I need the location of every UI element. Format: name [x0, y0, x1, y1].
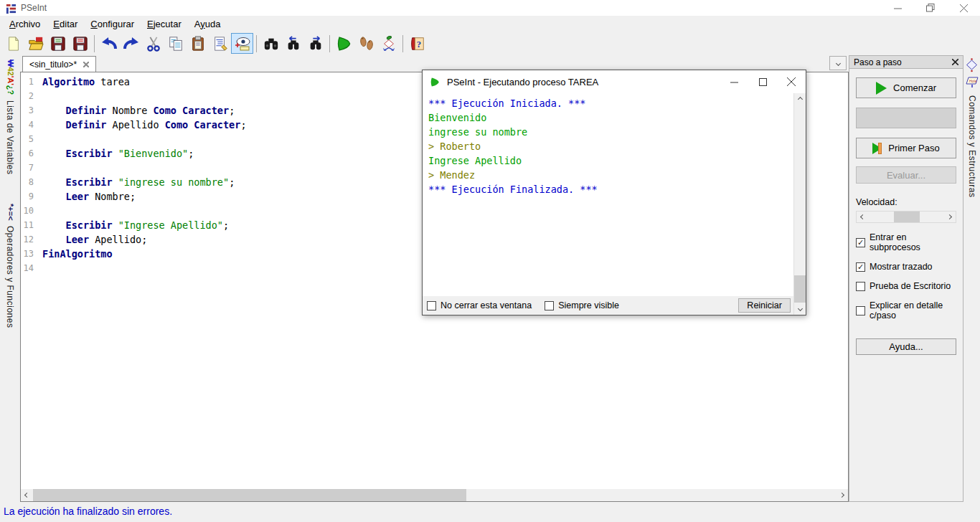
- draw-flowchart-button[interactable]: [377, 33, 400, 54]
- console-output[interactable]: *** Ejecución Iniciada. ***Bienvenidoing…: [423, 93, 793, 296]
- menu-item-configurar[interactable]: Configurar: [84, 17, 141, 31]
- draw-flowchart-icon: [380, 36, 397, 52]
- new-file-button[interactable]: [2, 33, 24, 54]
- slider-right-arrow[interactable]: [943, 212, 956, 222]
- run-button[interactable]: [333, 33, 355, 54]
- ayuda-label: Ayuda...: [889, 341, 923, 352]
- sidebar-tab-operadores-funciones[interactable]: Operadores y Funciones: [5, 226, 15, 328]
- chevron-down-icon: [835, 60, 840, 65]
- operators-icon: *+=<: [6, 204, 14, 221]
- line-number: 10: [21, 204, 42, 218]
- menu-item-archivo[interactable]: Archivo: [3, 17, 47, 31]
- comenzar-button[interactable]: Comenzar: [856, 77, 956, 98]
- undo-icon: [100, 37, 118, 51]
- line-number: 6: [21, 146, 42, 161]
- find-next-button[interactable]: [304, 33, 326, 54]
- console-scroll-up-arrow[interactable]: [794, 93, 806, 105]
- console-line: ingrese su nombre: [428, 125, 788, 139]
- open-file-button[interactable]: [24, 33, 47, 54]
- panel-option-1-checkbox[interactable]: ✓: [856, 238, 865, 247]
- panel-option-3-checkbox[interactable]: [856, 282, 865, 291]
- slider-left-arrow[interactable]: [857, 212, 869, 222]
- panel-option-4-row: Explicar en detalle c/paso: [856, 300, 956, 321]
- dialog-minimize-button[interactable]: [720, 70, 748, 93]
- restore-button[interactable]: [914, 0, 947, 16]
- code-text: Algoritmo tarea: [42, 75, 130, 89]
- run-step-icon: [359, 36, 374, 52]
- save-all-button[interactable]: [69, 33, 91, 54]
- sidebar-tab-comandos[interactable]: Comandos y Estructuras: [967, 95, 977, 197]
- copy-button[interactable]: [164, 33, 187, 54]
- line-number: 14: [21, 261, 42, 275]
- dialog-title-bar[interactable]: PSeInt - Ejecutando proceso TAREA: [423, 70, 806, 93]
- console-line: *** Ejecución Finalizada. ***: [428, 182, 788, 196]
- syntax-assist-button[interactable]: [231, 33, 253, 54]
- console-scroll-down-arrow[interactable]: [794, 303, 806, 315]
- dialog-maximize-button[interactable]: [748, 70, 777, 93]
- menu-item-ayuda[interactable]: Ayuda: [188, 17, 227, 31]
- minimize-button[interactable]: [881, 0, 914, 16]
- evaluar-button: Evaluar...: [856, 166, 956, 184]
- console-vertical-scrollbar[interactable]: [793, 93, 806, 315]
- scroll-right-arrow[interactable]: [836, 489, 848, 501]
- panel-title: Paso a paso: [854, 57, 902, 67]
- panel-option-2-checkbox[interactable]: ✓: [856, 262, 865, 272]
- scroll-thumb[interactable]: [33, 489, 466, 501]
- slider-thumb[interactable]: [894, 212, 920, 222]
- run-step-button[interactable]: [355, 33, 377, 54]
- paste-button[interactable]: [187, 33, 209, 54]
- find-button[interactable]: [260, 33, 282, 54]
- menu-item-editar[interactable]: Editar: [47, 17, 84, 31]
- toolbar-separator: [256, 35, 257, 52]
- right-tab-strip: Hola Comandos y Estructuras: [963, 55, 980, 502]
- tab-list-dropdown-button[interactable]: [829, 56, 847, 70]
- dialog-close-button[interactable]: [777, 70, 806, 93]
- format-source-button[interactable]: [209, 33, 231, 54]
- redo-button[interactable]: [120, 33, 142, 54]
- menu-bar: ArchivoEditarConfigurarEjecutarAyuda: [0, 16, 980, 32]
- console-line: > Roberto: [428, 139, 788, 153]
- redo-icon: [123, 37, 140, 51]
- dialog-option-1-checkbox[interactable]: [427, 301, 436, 310]
- console-scroll-track[interactable]: [794, 105, 806, 303]
- close-button[interactable]: [947, 0, 980, 16]
- primer-paso-button[interactable]: Primer Paso: [856, 138, 956, 158]
- left-tab-strip: ₩42'A'¿?Lista de Variables*+=<Operadores…: [0, 55, 20, 502]
- undo-button[interactable]: [98, 33, 120, 54]
- save-all-icon: [72, 36, 88, 52]
- line-number: 3: [21, 103, 42, 118]
- panel-option-4-checkbox[interactable]: [856, 306, 865, 315]
- reiniciar-button[interactable]: Reiniciar: [738, 298, 791, 313]
- tab-close-icon[interactable]: [83, 62, 89, 67]
- help-button[interactable]: ?: [406, 33, 428, 54]
- sidebar-tab-lista-variables[interactable]: Lista de Variables: [5, 100, 15, 175]
- dialog-option-2-checkbox[interactable]: [545, 301, 554, 310]
- velocidad-slider[interactable]: [856, 211, 956, 223]
- evaluar-label: Evaluar...: [887, 170, 925, 181]
- console-line: Ingrese Apellido: [428, 153, 788, 168]
- slider-track[interactable]: [869, 212, 943, 222]
- copy-icon: [168, 36, 184, 52]
- new-file-icon: [6, 36, 22, 52]
- line-number: 11: [21, 218, 42, 232]
- save-button[interactable]: [47, 33, 69, 54]
- scroll-track[interactable]: [33, 489, 836, 501]
- open-file-icon: [27, 36, 44, 52]
- line-number: 9: [21, 189, 42, 204]
- find-icon: [263, 36, 280, 52]
- line-number: 2: [21, 89, 42, 103]
- tab-sin-titulo[interactable]: <sin_titulo>*: [22, 56, 96, 72]
- ayuda-button[interactable]: Ayuda...: [856, 338, 956, 355]
- scroll-left-arrow[interactable]: [21, 489, 33, 501]
- panel-header: Paso a paso: [849, 56, 963, 69]
- console-line: *** Ejecución Iniciada. ***: [428, 96, 788, 110]
- line-number: 12: [21, 232, 42, 247]
- line-number: 1: [21, 75, 42, 89]
- panel-close-icon[interactable]: [952, 59, 958, 65]
- console-scroll-thumb[interactable]: [794, 275, 806, 303]
- editor-horizontal-scrollbar[interactable]: [21, 489, 848, 501]
- find-prev-button[interactable]: [282, 33, 304, 54]
- play-icon: [876, 82, 887, 95]
- cut-button[interactable]: [142, 33, 164, 54]
- menu-item-ejecutar[interactable]: Ejecutar: [141, 17, 188, 31]
